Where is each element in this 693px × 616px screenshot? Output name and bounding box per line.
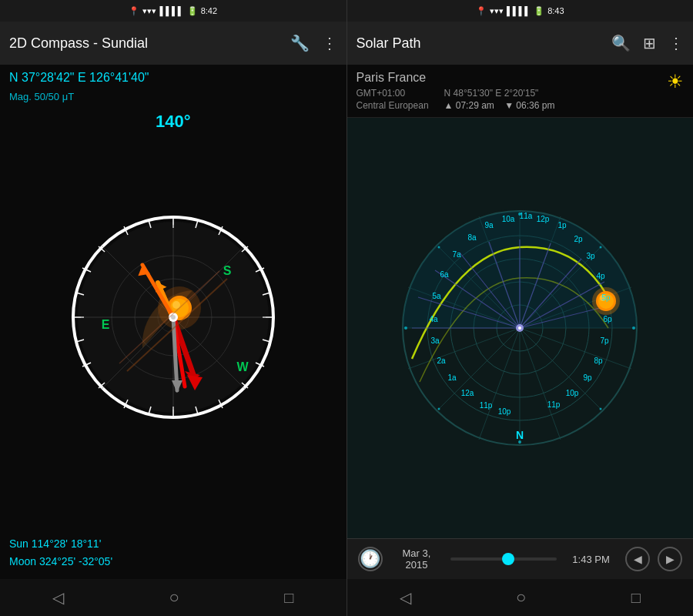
svg-point-76 [518, 326, 521, 330]
hour-10pm-2: 10p [498, 407, 511, 416]
right-panel: Paris France GMT+01:00 Central European … [347, 65, 694, 579]
hour-7p: 7p [601, 336, 610, 345]
time-control: 🕐 Mar 3, 2015 1:43 PM ◀ ▶ [347, 538, 694, 579]
hour-4a: 4a [430, 315, 439, 323]
compass-container: S E W [65, 209, 281, 425]
sun-icon: ☀ [667, 71, 684, 92]
hour-2p: 2p [574, 235, 584, 243]
right-nav-bar: ◁ ○ □ [347, 579, 694, 616]
location-icon: 📍 [129, 6, 139, 16]
left-status-bar: 📍 ▾▾▾ ▌▌▌▌ 🔋 8:42 [0, 0, 347, 22]
hour-8p: 8p [594, 357, 604, 365]
svg-point-87 [600, 408, 602, 410]
r-battery-icon: 🔋 [534, 6, 544, 16]
solar-path-area: 12p 1p 2p 3p 4p 5p 6p 7p 8p 9p 10p 11p 1… [347, 118, 694, 538]
hour-6p: 6p [604, 315, 613, 323]
hour-11a: 11a [520, 212, 533, 220]
status-bars: 📍 ▾▾▾ ▌▌▌▌ 🔋 8:42 📍 ▾▾▾ ▌▌▌▌ 🔋 8:43 [0, 0, 693, 22]
prev-time-button[interactable]: ◀ [625, 547, 650, 571]
clock-icon[interactable]: 🕐 [358, 547, 383, 571]
hour-3p: 3p [587, 252, 596, 260]
hour-5a: 5a [433, 292, 442, 300]
right-time: 8:43 [547, 6, 564, 15]
svg-point-83 [518, 440, 521, 444]
right-more-icon[interactable]: ⋮ [668, 34, 684, 52]
svg-point-86 [438, 246, 440, 249]
r-wifi-icon: ▾▾▾ [490, 6, 504, 16]
main-content: N 37°28'42" E 126°41'40" Mag. 50/50 μT 1… [0, 65, 693, 579]
left-status-icons: 📍 ▾▾▾ ▌▌▌▌ 🔋 8:42 [129, 6, 217, 16]
hour-2a: 2a [437, 357, 447, 365]
grid-icon[interactable]: ⊞ [643, 34, 656, 52]
left-recents-button[interactable]: □ [284, 589, 293, 607]
location-name: Paris France [357, 71, 668, 85]
sun-moon-data: Sun 114°28' 18°11' Moon 324°25' -32°05' [0, 529, 346, 579]
hour-5p: 5p [602, 293, 611, 302]
hour-8a: 8a [468, 233, 477, 242]
hour-9p: 9p [584, 373, 593, 382]
date-label: Mar 3, 2015 [390, 547, 444, 571]
solar-path-svg: 12p 1p 2p 3p 4p 5p 6p 7p 8p 9p 10p 11p 1… [397, 205, 643, 451]
right-recents-button[interactable]: □ [631, 589, 641, 607]
compass-area: 140° [0, 105, 346, 529]
hour-4p: 4p [597, 272, 606, 280]
wifi-icon: ▾▾▾ [142, 6, 156, 16]
right-app-icons: 🔍 ⊞ ⋮ [611, 34, 684, 52]
left-panel: N 37°28'42" E 126°41'40" Mag. 50/50 μT 1… [0, 65, 347, 579]
hour-12a: 12a [461, 389, 474, 397]
timezone-label: Central European [357, 100, 429, 111]
left-home-button[interactable]: ○ [169, 588, 179, 608]
svg-point-84 [404, 326, 407, 330]
r-location-icon: 📍 [476, 6, 487, 16]
right-home-button[interactable]: ○ [516, 588, 526, 608]
coordinates-display: N 37°28'42" E 126°41'40" [0, 65, 346, 91]
degree-indicator: 140° [156, 112, 191, 132]
nav-bars: ◁ ○ □ ◁ ○ □ [0, 579, 693, 616]
r-signal-icon: ▌▌▌▌ [507, 6, 531, 15]
north-label: N [516, 429, 524, 441]
left-back-button[interactable]: ◁ [52, 588, 64, 607]
hour-12p: 12p [537, 215, 550, 223]
compass-svg: S E W [65, 209, 281, 425]
sunset-time: ▼ 06:36 pm [504, 100, 554, 111]
wrench-icon[interactable]: 🔧 [290, 34, 310, 52]
gmt-label: GMT+01:00 [357, 88, 429, 99]
location-right: ☀ [667, 71, 684, 92]
left-app-icons: 🔧 ⋮ [290, 34, 337, 52]
left-app-bar: 2D Compass - Sundial 🔧 ⋮ [0, 22, 347, 65]
location-col-right: N 48°51'30" E 2°20'15" ▲ 07:29 am ▼ 06:3… [444, 88, 555, 111]
hour-1a: 1a [448, 373, 457, 382]
location-header: Paris France GMT+01:00 Central European … [347, 65, 694, 118]
east-label: E [101, 318, 109, 331]
search-icon[interactable]: 🔍 [611, 34, 631, 52]
time-slider[interactable] [450, 557, 557, 561]
right-back-button[interactable]: ◁ [400, 588, 411, 607]
right-status-bar: 📍 ▾▾▾ ▌▌▌▌ 🔋 8:43 [347, 0, 694, 22]
svg-point-85 [600, 246, 602, 249]
mag-display: Mag. 50/50 μT [0, 91, 346, 105]
hour-7a: 7a [453, 250, 462, 259]
hour-11pm-2: 11p [480, 401, 493, 410]
next-time-button[interactable]: ▶ [658, 547, 682, 571]
location-coords: N 48°51'30" E 2°20'15" [444, 88, 555, 99]
left-nav-bar: ◁ ○ □ [0, 579, 347, 616]
hour-10p: 10p [566, 389, 579, 397]
location-details: GMT+01:00 Central European N 48°51'30" E… [357, 88, 668, 111]
left-more-icon[interactable]: ⋮ [322, 34, 337, 52]
location-col-left: GMT+01:00 Central European [357, 88, 429, 111]
sun-data-line1: Sun 114°28' 18°11' [9, 535, 337, 552]
hour-11p: 11p [547, 400, 561, 409]
right-app-title: Solar Path [357, 35, 612, 52]
right-status-icons: 📍 ▾▾▾ ▌▌▌▌ 🔋 8:43 [476, 6, 564, 16]
hour-3a: 3a [431, 336, 440, 345]
battery-icon: 🔋 [187, 6, 198, 16]
signal-icon: ▌▌▌▌ [159, 6, 183, 15]
hour-9a: 9a [485, 221, 494, 229]
south-label: S [223, 264, 231, 277]
left-time: 8:42 [201, 6, 217, 15]
svg-point-88 [438, 408, 440, 410]
app-bars: 2D Compass - Sundial 🔧 ⋮ Solar Path 🔍 ⊞ … [0, 22, 693, 65]
sun-times: ▲ 07:29 am ▼ 06:36 pm [444, 100, 555, 111]
right-app-bar: Solar Path 🔍 ⊞ ⋮ [347, 22, 694, 65]
hour-1p: 1p [558, 221, 567, 229]
